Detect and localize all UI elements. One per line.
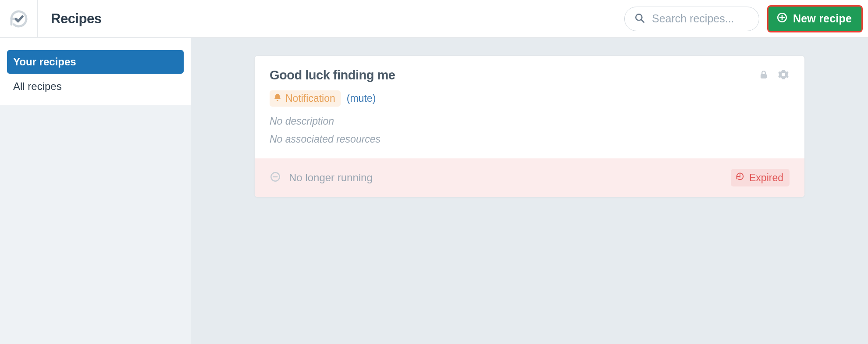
notification-label: Notification — [285, 93, 335, 104]
bell-icon — [273, 93, 282, 104]
search-input[interactable] — [624, 7, 759, 31]
new-recipe-button[interactable]: New recipe — [767, 5, 863, 32]
sidebar-nav: Your recipes All recipes — [0, 38, 191, 105]
app-logo — [0, 0, 38, 38]
gear-icon[interactable] — [777, 68, 790, 82]
no-description-text: No description — [270, 115, 790, 127]
sidebar-item-label: Your recipes — [13, 56, 76, 68]
page-title: Recipes — [51, 11, 101, 27]
main-content: Good luck finding me Notification — [191, 38, 868, 344]
stop-circle-icon — [270, 171, 281, 184]
plus-circle-icon — [776, 12, 788, 26]
no-resources-text: No associated resources — [270, 133, 790, 145]
recipe-card-actions — [758, 68, 790, 82]
expired-label: Expired — [749, 172, 783, 184]
recipe-card[interactable]: Good luck finding me Notification — [254, 55, 805, 197]
recipe-meta: No description No associated resources — [255, 107, 804, 158]
recipe-status-bar: No longer running Expired — [255, 158, 804, 197]
sidebar: Your recipes All recipes — [0, 38, 191, 344]
recipe-title: Good luck finding me — [270, 68, 395, 82]
sidebar-item-all-recipes[interactable]: All recipes — [7, 75, 184, 98]
sidebar-item-label: All recipes — [13, 80, 62, 93]
history-alert-icon — [735, 172, 745, 184]
search-container — [624, 7, 759, 31]
svg-rect-5 — [761, 74, 767, 78]
notification-badge[interactable]: Notification — [270, 90, 341, 107]
mute-link[interactable]: (mute) — [347, 93, 376, 104]
sidebar-item-your-recipes[interactable]: Your recipes — [7, 50, 184, 74]
notification-row: Notification (mute) — [255, 82, 804, 107]
status-text: No longer running — [289, 172, 373, 184]
body: Your recipes All recipes Good luck findi… — [0, 38, 868, 344]
expired-badge: Expired — [731, 169, 790, 186]
header: Recipes New recipe — [0, 0, 868, 38]
new-recipe-label: New recipe — [793, 12, 852, 25]
recipes-logo-icon — [8, 8, 29, 29]
lock-icon[interactable] — [758, 69, 769, 82]
recipe-card-header: Good luck finding me — [255, 56, 804, 82]
svg-point-9 — [740, 177, 740, 178]
